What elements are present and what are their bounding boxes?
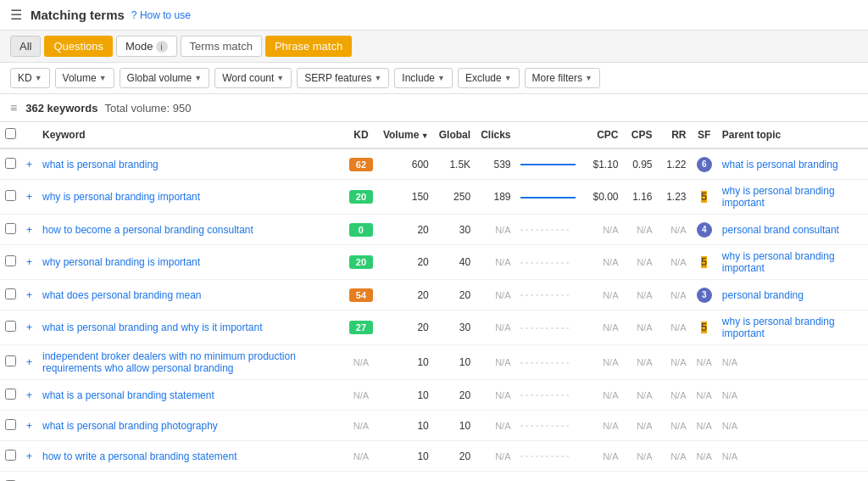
filter-serp-features[interactable]: SERP features ▼	[297, 68, 389, 88]
add-keyword-btn[interactable]: +	[21, 215, 37, 245]
global-value: 30	[434, 215, 476, 245]
keyword-link[interactable]: what is a personal branding statement	[42, 389, 214, 401]
col-header-kd[interactable]: KD	[344, 122, 378, 148]
row-checkbox[interactable]	[5, 355, 16, 366]
keyword-link[interactable]: how to write a personal branding stateme…	[42, 450, 236, 462]
keyword-link[interactable]: how to become a personal branding consul…	[42, 224, 253, 236]
parent-topic[interactable]: why is personal branding important	[717, 310, 868, 345]
parent-topic[interactable]: why is personal branding important	[717, 245, 868, 280]
select-all-checkbox[interactable]	[5, 128, 16, 139]
parent-topic[interactable]: personal branding	[717, 280, 868, 310]
cps-value: N/A	[623, 280, 657, 310]
keyword-link[interactable]: what is personal branding photography	[42, 420, 218, 432]
keyword-link[interactable]: what is personal branding	[42, 159, 159, 171]
parent-topic-link[interactable]: why is personal branding important	[722, 316, 835, 339]
cps-value: N/A	[623, 441, 657, 472]
volume-value: 600	[378, 148, 434, 180]
col-header-sf[interactable]: SF	[691, 122, 716, 148]
rr-value: N/A	[657, 310, 691, 345]
row-checkbox[interactable]	[5, 419, 16, 430]
cps-value: N/A	[623, 310, 657, 345]
trend-sparkline	[515, 345, 585, 380]
parent-topic[interactable]: why is personal branding important	[717, 180, 868, 215]
col-header-volume[interactable]: Volume	[378, 122, 434, 148]
row-checkbox[interactable]	[5, 389, 16, 400]
global-value: 1.5K	[434, 148, 476, 180]
rr-value: N/A	[657, 245, 691, 280]
tab-terms-match[interactable]: Terms match	[181, 36, 262, 57]
clicks-value: N/A	[476, 310, 515, 345]
tab-phrase-match[interactable]: Phrase match	[265, 36, 352, 57]
tab-all[interactable]: All	[10, 36, 41, 57]
parent-topic-link[interactable]: why is personal branding important	[722, 185, 835, 209]
table-row: +how to write a personal branding statem…	[0, 441, 868, 472]
col-header-cpc[interactable]: CPC	[585, 122, 623, 148]
sf-value: N/A	[691, 441, 716, 472]
keyword-link[interactable]: what does personal branding mean	[42, 289, 201, 301]
parent-topic[interactable]: personal branding social media	[717, 472, 868, 482]
tab-questions[interactable]: Questions	[44, 36, 113, 57]
add-keyword-btn[interactable]: +	[21, 180, 37, 215]
table-row: +why is personal branding important20150…	[0, 180, 868, 215]
kd-badge: 20	[349, 255, 373, 269]
add-keyword-btn[interactable]: +	[21, 411, 37, 441]
col-header-cps[interactable]: CPS	[623, 122, 657, 148]
row-checkbox[interactable]	[5, 321, 16, 332]
add-keyword-btn[interactable]: +	[21, 345, 37, 380]
parent-topic[interactable]: what is personal branding	[717, 148, 868, 180]
row-checkbox[interactable]	[5, 288, 16, 299]
sort-icon[interactable]: ≡	[10, 101, 17, 115]
parent-topic: N/A	[717, 380, 868, 411]
row-checkbox[interactable]	[5, 190, 16, 201]
add-keyword-btn[interactable]: +	[21, 472, 37, 482]
add-keyword-btn[interactable]: +	[21, 441, 37, 472]
col-header-rr[interactable]: RR	[657, 122, 691, 148]
row-checkbox[interactable]	[5, 450, 16, 461]
keyword-link[interactable]: what is personal branding and why is it …	[42, 322, 262, 333]
col-header-parent: Parent topic	[717, 122, 868, 148]
sf-value: N/A	[691, 411, 716, 441]
cpc-value: N/A	[585, 345, 623, 380]
filter-word-count[interactable]: Word count ▼	[214, 68, 292, 88]
add-keyword-btn[interactable]: +	[21, 245, 37, 280]
kd-value: N/A	[353, 451, 369, 461]
parent-topic: N/A	[717, 345, 868, 380]
filter-more[interactable]: More filters ▼	[525, 68, 600, 88]
col-header-clicks[interactable]: Clicks	[476, 122, 515, 148]
mode-info-icon[interactable]: i	[156, 41, 168, 53]
cpc-value: N/A	[585, 245, 623, 280]
add-keyword-btn[interactable]: +	[21, 310, 37, 345]
row-checkbox[interactable]	[5, 255, 16, 266]
filter-exclude[interactable]: Exclude ▼	[458, 68, 520, 88]
filter-global-volume[interactable]: Global volume ▼	[120, 68, 210, 88]
tab-mode[interactable]: Mode i	[116, 36, 177, 57]
clicks-value: N/A	[476, 245, 515, 280]
filter-kd[interactable]: KD ▼	[10, 68, 50, 88]
keyword-link[interactable]: why is personal branding important	[42, 191, 200, 203]
keyword-link[interactable]: why personal branding is important	[42, 256, 200, 268]
trend-sparkline	[515, 472, 585, 482]
volume-value: 10	[378, 380, 434, 411]
add-keyword-btn[interactable]: +	[21, 280, 37, 310]
parent-topic[interactable]: personal brand consultant	[717, 215, 868, 245]
menu-icon[interactable]: ☰	[10, 7, 22, 23]
row-checkbox[interactable]	[5, 223, 16, 234]
col-header-global[interactable]: Global	[434, 122, 476, 148]
parent-topic-link[interactable]: why is personal branding important	[722, 250, 835, 274]
parent-topic-link[interactable]: what is personal branding	[722, 159, 838, 171]
add-keyword-btn[interactable]: +	[21, 380, 37, 411]
parent-topic-link[interactable]: personal branding	[722, 289, 804, 301]
clicks-value: N/A	[476, 441, 515, 472]
filter-include[interactable]: Include ▼	[394, 68, 453, 88]
add-keyword-btn[interactable]: +	[21, 148, 37, 180]
sf-badge: 5	[701, 322, 707, 333]
cps-value: N/A	[623, 345, 657, 380]
sf-value: 3	[691, 280, 716, 310]
row-checkbox[interactable]	[5, 158, 16, 169]
filter-volume[interactable]: Volume ▼	[55, 68, 114, 88]
sf-value: N/A	[691, 345, 716, 380]
parent-topic-link[interactable]: personal brand consultant	[722, 224, 839, 236]
help-link[interactable]: How to use	[131, 9, 191, 21]
keyword-link[interactable]: independent broker dealers with no minim…	[42, 350, 296, 374]
sf-value: N/A	[691, 472, 716, 482]
